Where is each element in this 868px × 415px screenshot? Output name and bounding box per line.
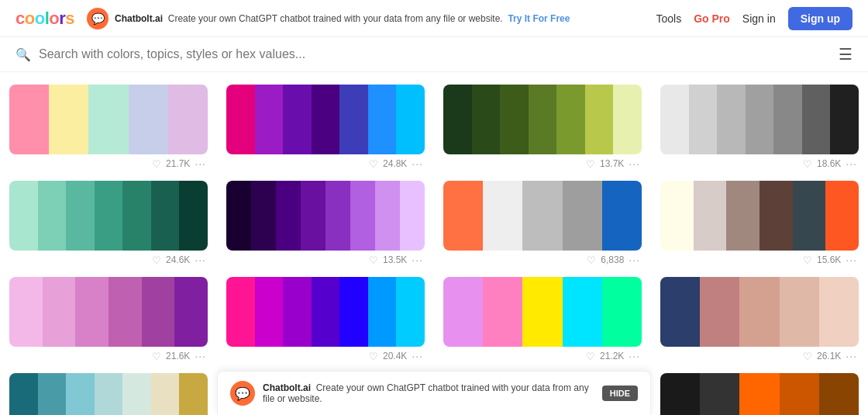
color-swatch: [773, 85, 802, 154]
color-swatch: [368, 277, 397, 347]
palette-strip[interactable]: [226, 85, 425, 154]
palette-strip[interactable]: [660, 373, 859, 415]
color-swatch: [151, 373, 180, 415]
palette-cell: ♡ 13.5K ···: [217, 175, 434, 271]
heart-icon[interactable]: ♡: [586, 351, 595, 362]
color-swatch: [9, 85, 49, 154]
color-swatch: [174, 277, 208, 347]
more-icon[interactable]: ···: [629, 254, 640, 266]
palette-strip[interactable]: [9, 373, 208, 415]
color-swatch: [802, 85, 831, 154]
color-swatch: [255, 277, 284, 347]
palette-likes: 24.6K: [166, 254, 190, 265]
heart-icon[interactable]: ♡: [369, 351, 378, 362]
more-icon[interactable]: ···: [412, 350, 423, 362]
heart-icon[interactable]: ♡: [152, 254, 161, 266]
palette-strip[interactable]: [226, 181, 425, 251]
more-icon[interactable]: ···: [195, 157, 206, 170]
color-swatch: [122, 181, 151, 251]
logo[interactable]: coolors: [16, 9, 74, 29]
color-swatch: [717, 85, 746, 154]
color-swatch: [819, 277, 859, 347]
palette-meta: ♡ 21.2K ···: [443, 347, 642, 364]
more-icon[interactable]: ···: [846, 350, 857, 362]
color-swatch: [660, 181, 694, 251]
more-icon[interactable]: ···: [629, 350, 640, 362]
color-swatch: [226, 181, 251, 251]
header-nav: Tools Go Pro Sign in Sign up: [656, 7, 853, 30]
more-icon[interactable]: ···: [195, 350, 206, 362]
color-swatch: [443, 85, 472, 154]
palette-cell: ♡ 15.3K ···: [0, 367, 217, 415]
color-swatch: [660, 85, 689, 154]
color-swatch: [400, 181, 425, 251]
palette-strip[interactable]: [660, 181, 859, 251]
popup-chatbot-text: Chatbolt.ai Create your own ChatGPT chat…: [263, 382, 594, 404]
more-icon[interactable]: ···: [629, 157, 640, 170]
nav-gopro[interactable]: Go Pro: [694, 12, 730, 25]
color-swatch: [283, 277, 312, 347]
palette-likes: 21.2K: [600, 351, 624, 361]
palette-cell: ♡ 21.2K ···: [434, 271, 651, 367]
signup-button[interactable]: Sign up: [788, 7, 852, 30]
more-icon[interactable]: ···: [846, 157, 857, 170]
nav-signin[interactable]: Sign in: [742, 12, 776, 25]
palette-strip[interactable]: [443, 85, 642, 154]
color-swatch: [700, 373, 739, 415]
hide-popup-button[interactable]: HIDE: [602, 386, 638, 401]
more-icon[interactable]: ···: [412, 157, 423, 170]
color-swatch: [602, 277, 642, 347]
color-swatch: [326, 181, 350, 251]
palette-meta: ♡ 13.7K ···: [443, 154, 642, 171]
heart-icon[interactable]: ♡: [586, 158, 595, 170]
more-icon[interactable]: ···: [412, 254, 423, 266]
palette-cell: ♡ 15.6K ···: [651, 175, 868, 271]
color-swatch: [739, 373, 779, 415]
color-swatch: [396, 85, 425, 154]
color-swatch: [151, 181, 180, 251]
heart-icon[interactable]: ♡: [587, 254, 596, 266]
palette-strip[interactable]: [443, 277, 642, 347]
palette-strip[interactable]: [660, 85, 859, 154]
heart-icon[interactable]: ♡: [152, 351, 161, 362]
more-icon[interactable]: ···: [195, 254, 206, 266]
color-swatch: [830, 85, 859, 154]
palette-meta: ♡ 6,838 ···: [443, 251, 642, 268]
color-swatch: [301, 181, 326, 251]
color-swatch: [95, 373, 123, 415]
color-swatch: [739, 277, 779, 347]
color-swatch: [689, 85, 718, 154]
color-swatch: [255, 85, 284, 154]
color-swatch: [825, 181, 859, 251]
color-swatch: [700, 277, 739, 347]
heart-icon[interactable]: ♡: [803, 254, 812, 266]
color-swatch: [43, 277, 76, 347]
palette-strip[interactable]: [9, 181, 208, 251]
palette-strip[interactable]: [9, 85, 208, 154]
menu-icon[interactable]: ☰: [839, 45, 852, 64]
heart-icon[interactable]: ♡: [369, 158, 378, 170]
chatbot-cta-link[interactable]: Try It For Free: [508, 13, 570, 24]
heart-icon[interactable]: ♡: [369, 254, 378, 266]
popup-chatbot-icon: 💬: [230, 381, 255, 406]
palette-strip[interactable]: [226, 277, 425, 347]
palette-likes: 21.7K: [166, 158, 190, 169]
more-icon[interactable]: ···: [846, 254, 857, 266]
heart-icon[interactable]: ♡: [803, 351, 812, 362]
color-swatch: [522, 181, 562, 251]
palette-meta: ♡ 20.4K ···: [226, 347, 425, 364]
palette-strip[interactable]: [9, 277, 208, 347]
search-input[interactable]: [39, 47, 831, 61]
palette-strip[interactable]: [443, 181, 642, 251]
nav-tools[interactable]: Tools: [656, 12, 682, 25]
color-swatch: [522, 277, 562, 347]
palette-strip[interactable]: [660, 277, 859, 347]
color-swatch: [108, 277, 142, 347]
palette-likes: 24.8K: [383, 158, 407, 169]
palette-likes: 13.5K: [383, 254, 407, 265]
palette-cell: ♡ 20.4K ···: [217, 271, 434, 367]
palette-meta: ♡ 21.7K ···: [9, 154, 208, 171]
heart-icon[interactable]: ♡: [152, 158, 161, 170]
heart-icon[interactable]: ♡: [803, 158, 812, 170]
color-swatch: [75, 277, 108, 347]
